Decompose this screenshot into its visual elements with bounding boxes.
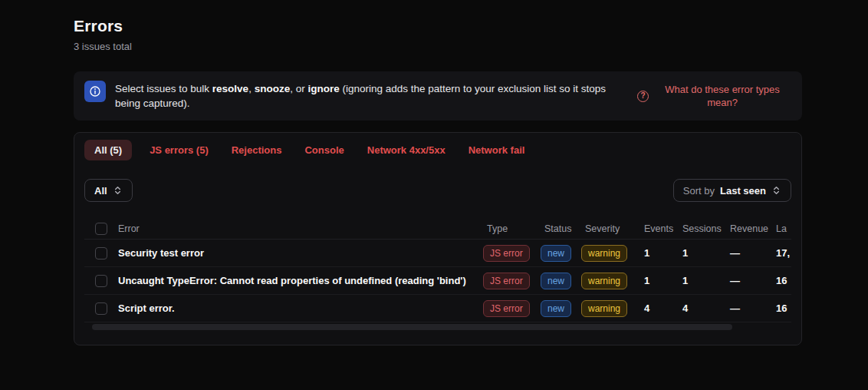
tab-console[interactable]: Console [299, 140, 349, 160]
column-header-events: Events [644, 223, 682, 234]
column-header-type: Type [487, 223, 544, 234]
issue-title: Security test error [118, 247, 487, 259]
status-badge: new [541, 273, 571, 289]
chevron-up-down-icon [771, 185, 781, 196]
issue-title: Uncaught TypeError: Cannot read properti… [118, 275, 487, 286]
bulk-actions-banner: Select issues to bulk resolve, snooze, o… [74, 71, 802, 121]
issue-row[interactable]: Uncaught TypeError: Cannot read properti… [84, 267, 791, 295]
column-header-revenue: Revenue [730, 223, 776, 234]
events-count: 1 [644, 247, 682, 259]
status-badge: new [541, 300, 571, 317]
type-badge: JS error [483, 300, 530, 317]
revenue-value: — [730, 247, 776, 259]
error-type-tabs: All (5) JS errors (5) Rejections Console… [84, 139, 791, 160]
last-seen-value: 16 [776, 275, 791, 286]
column-header-last-seen: La [776, 223, 791, 234]
revenue-value: — [730, 275, 776, 286]
filter-row: All Sort by Last seen [84, 179, 791, 202]
row-checkbox[interactable] [95, 247, 107, 259]
severity-badge: warning [581, 245, 627, 262]
severity-badge: warning [581, 273, 627, 289]
column-header-status: Status [544, 223, 585, 234]
help-link-label: What do these error types mean? [656, 83, 788, 109]
sort-value: Last seen [720, 185, 766, 197]
last-seen-value: 17, [776, 247, 791, 259]
events-count: 1 [644, 275, 682, 286]
sessions-count: 1 [682, 247, 730, 259]
type-badge: JS error [483, 245, 530, 262]
tab-all[interactable]: All (5) [84, 140, 132, 160]
page-title: Errors [74, 17, 802, 35]
issues-table: Error Type Status Severity Events Sessio… [84, 219, 791, 330]
tab-network-4xx-5xx[interactable]: Network 4xx/5xx [362, 140, 451, 160]
sort-label: Sort by [683, 185, 715, 197]
sort-dropdown[interactable]: Sort by Last seen [673, 179, 791, 202]
events-count: 4 [644, 302, 682, 314]
issue-row[interactable]: Security test error JS error new warning… [84, 240, 791, 267]
chevron-up-down-icon [113, 185, 123, 196]
issue-row[interactable]: Script error. JS error new warning 4 4 —… [84, 295, 791, 322]
table-header-row: Error Type Status Severity Events Sessio… [84, 219, 791, 240]
banner-message: Select issues to bulk resolve, snooze, o… [115, 81, 614, 111]
tab-network-fail[interactable]: Network fail [463, 140, 531, 160]
revenue-value: — [730, 302, 776, 314]
row-checkbox[interactable] [95, 302, 107, 315]
question-circle-icon: ? [637, 91, 649, 102]
status-badge: new [541, 245, 571, 262]
severity-badge: warning [581, 300, 627, 317]
tab-js-errors[interactable]: JS errors (5) [144, 140, 214, 160]
error-types-help-link[interactable]: ? What do these error types mean? [637, 83, 791, 109]
scope-filter-dropdown[interactable]: All [84, 179, 133, 202]
select-all-checkbox[interactable] [95, 223, 107, 235]
sessions-count: 4 [682, 302, 730, 314]
last-seen-value: 16 [776, 302, 791, 314]
column-header-severity: Severity [585, 223, 644, 234]
row-checkbox[interactable] [95, 275, 107, 287]
info-icon [84, 81, 106, 102]
scrollbar-thumb[interactable] [92, 324, 732, 330]
issues-panel: All (5) JS errors (5) Rejections Console… [74, 132, 802, 345]
horizontal-scrollbar [84, 324, 791, 330]
tab-rejections[interactable]: Rejections [226, 140, 288, 160]
issues-count: 3 issues total [74, 41, 802, 52]
sessions-count: 1 [682, 275, 730, 286]
errors-page: Errors 3 issues total Select issues to b… [74, 17, 802, 345]
column-header-sessions: Sessions [682, 223, 730, 234]
scope-filter-value: All [94, 185, 107, 197]
type-badge: JS error [483, 273, 530, 289]
column-header-error: Error [118, 223, 487, 234]
issue-title: Script error. [118, 302, 487, 314]
